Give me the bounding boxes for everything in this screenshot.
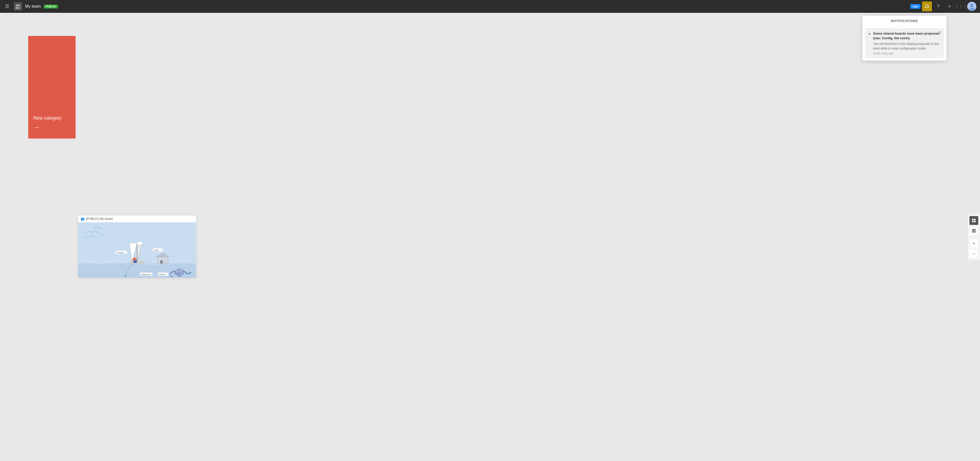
svg-point-1 (16, 4, 18, 6)
svg-rect-45 (975, 229, 976, 230)
notes-icon: ≡ (948, 4, 951, 9)
board-card-wrapper: 👥 [PUBLIC] My board (78, 215, 196, 278)
board-public-icon: 👥 (81, 217, 84, 221)
hamburger-menu-icon[interactable]: ☰ (3, 2, 11, 11)
svg-text:Themes: Themes (159, 274, 165, 276)
notification-close-button[interactable]: ✕ (938, 30, 941, 34)
board-card-header: 👥 [PUBLIC] My board (78, 215, 196, 222)
svg-rect-25 (160, 260, 163, 263)
avatar[interactable] (967, 2, 977, 11)
svg-rect-41 (972, 221, 974, 222)
svg-rect-50 (973, 231, 974, 233)
notification-time: A little while ago (873, 52, 941, 55)
notification-item: ✕ ✦ Some shared boards have been propose… (865, 28, 944, 58)
svg-text:⚓: ⚓ (123, 273, 127, 277)
topnav-left: ☰ My team PUBLIC (3, 2, 907, 11)
svg-rect-19 (137, 242, 142, 245)
notification-title: Some shared boards have been proposed (s… (873, 31, 941, 40)
topnav-right: trial 1 ? ≡ ⋮⋮⋮ (910, 2, 977, 11)
grid-3x3-icon (972, 228, 976, 233)
svg-point-26 (174, 269, 185, 276)
notification-body: You will find them in the sharing propos… (873, 41, 941, 51)
svg-rect-47 (973, 230, 974, 231)
new-category-panel[interactable]: New category → (28, 36, 76, 139)
svg-text:Weaknesses: Weaknesses (141, 274, 151, 276)
help-button[interactable]: ? (933, 2, 943, 11)
board-area: 👥 [PUBLIC] My board (78, 121, 196, 278)
svg-rect-42 (974, 221, 976, 222)
svg-rect-40 (974, 219, 976, 220)
board-card[interactable]: 👥 [PUBLIC] My board (78, 215, 196, 278)
grid-2x2-icon (972, 218, 976, 222)
topnav: ☰ My team PUBLIC trial 1 ? (0, 0, 980, 13)
board-thumbnail: ⚓ (78, 222, 196, 278)
svg-rect-49 (972, 231, 973, 233)
category-arrow-icon: → (33, 124, 76, 131)
team-icon (14, 2, 22, 11)
apps-button[interactable]: ⋮⋮⋮ (956, 2, 966, 11)
svg-rect-43 (972, 229, 973, 230)
view-grid-2-button[interactable] (969, 216, 978, 225)
trial-badge[interactable]: trial (910, 4, 921, 9)
main-content: New category → 👥 [PUBLIC] My board (0, 13, 980, 461)
notification-header: NOTIFICATIONS (862, 16, 947, 26)
public-badge: PUBLIC (44, 5, 58, 8)
plus-icon: + (972, 241, 975, 246)
team-icon-wrap (14, 2, 22, 11)
svg-point-4 (18, 7, 21, 9)
minus-icon: − (972, 251, 975, 256)
svg-rect-39 (972, 219, 974, 220)
svg-rect-48 (975, 230, 976, 231)
notification-content: Some shared boards have been proposed (s… (873, 31, 941, 55)
view-grid-3-button[interactable] (969, 226, 978, 235)
svg-rect-46 (972, 230, 973, 231)
zoom-out-button[interactable]: − (969, 249, 978, 258)
apps-grid-icon: ⋮⋮⋮ (955, 4, 967, 9)
svg-point-29 (178, 271, 178, 272)
svg-text:Thoughts: Thoughts (117, 252, 124, 254)
svg-rect-0 (14, 2, 22, 11)
svg-rect-21 (134, 260, 137, 263)
svg-text:Guide: Guide (154, 249, 159, 251)
zoom-in-button[interactable]: + (969, 239, 978, 248)
svg-point-2 (18, 4, 20, 6)
board-illustration: ⚓ (78, 222, 196, 278)
help-icon: ? (937, 4, 940, 9)
svg-rect-44 (973, 229, 974, 230)
notifications-button[interactable]: 1 (922, 2, 932, 11)
notification-popup: NOTIFICATIONS ✕ ✦ Some shared boards hav… (862, 15, 947, 61)
category-label: New category (33, 115, 76, 121)
svg-rect-51 (975, 231, 976, 233)
board-title: [PUBLIC] My board (86, 217, 113, 221)
notification-share-icon: ✦ (868, 32, 871, 36)
notes-button[interactable]: ≡ (945, 2, 955, 11)
bell-icon: 1 (924, 4, 929, 9)
team-name: My team (25, 4, 41, 9)
right-sidebar: + − (967, 214, 980, 260)
svg-point-8 (970, 3, 974, 7)
svg-point-30 (181, 271, 182, 272)
sidebar-divider (970, 237, 977, 237)
avatar-image (967, 2, 977, 11)
notification-row: ✦ Some shared boards have been proposed … (868, 31, 941, 55)
